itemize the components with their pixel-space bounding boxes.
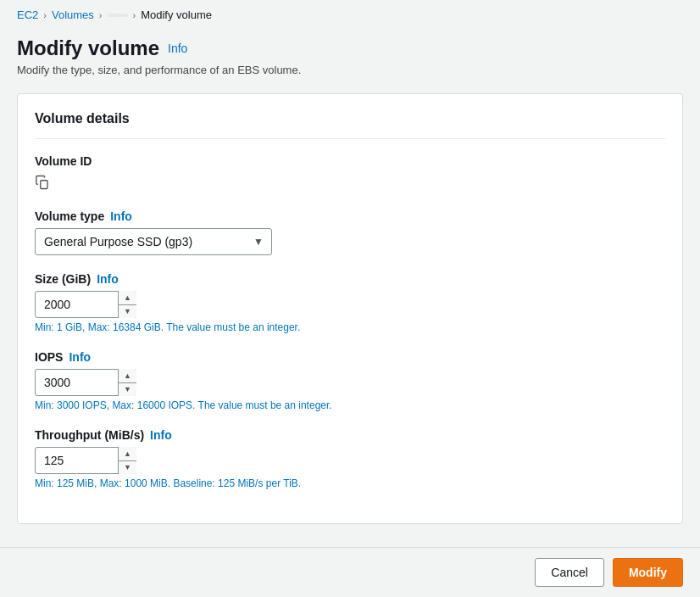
breadcrumb: EC2 › Volumes › › Modify volume: [0, 0, 700, 30]
breadcrumb-sep-3: ›: [133, 10, 136, 20]
size-label: Size (GiB): [35, 272, 91, 286]
volume-type-group: Volume type Info General Purpose SSD (gp…: [35, 209, 665, 255]
throughput-input-wrapper: ▲ ▼: [35, 447, 136, 474]
iops-info-link[interactable]: Info: [69, 350, 91, 364]
modify-button[interactable]: Modify: [613, 558, 683, 587]
breadcrumb-volume-id: [108, 14, 128, 17]
volume-id-label: Volume ID: [35, 154, 92, 168]
throughput-info-link[interactable]: Info: [150, 428, 172, 442]
throughput-hint-text: Min: 125 MiB, Max: 1000 MiB. Baseline: 1…: [35, 477, 301, 489]
copy-icon[interactable]: [35, 175, 50, 190]
breadcrumb-ec2[interactable]: EC2: [17, 8, 38, 21]
iops-group: IOPS Info ▲ ▼ Min: 3000 IOPS, Max: 16000…: [35, 350, 665, 411]
volume-type-label: Volume type: [35, 209, 104, 223]
size-info-link[interactable]: Info: [97, 272, 119, 286]
throughput-spinner: ▲ ▼: [118, 447, 136, 474]
page-title: Modify volume: [17, 36, 159, 60]
size-spinner: ▲ ▼: [118, 291, 136, 318]
cancel-button[interactable]: Cancel: [535, 558, 604, 587]
throughput-label: Throughput (MiB/s): [35, 428, 144, 442]
iops-increment-button[interactable]: ▲: [118, 369, 136, 383]
size-group: Size (GiB) Info ▲ ▼ Min: 1 GiB, Max: 163…: [35, 272, 665, 333]
breadcrumb-current: Modify volume: [141, 8, 212, 21]
card-title: Volume details: [35, 111, 665, 139]
iops-label: IOPS: [35, 350, 63, 364]
iops-decrement-button[interactable]: ▼: [118, 383, 136, 397]
footer: Cancel Modify: [0, 547, 700, 597]
page-header: Modify volume Info Modify the type, size…: [0, 30, 700, 80]
volume-type-select-wrapper: General Purpose SSD (gp3) General Purpos…: [35, 228, 272, 255]
page-info-link[interactable]: Info: [168, 42, 187, 55]
iops-hint: Min: 3000 IOPS, Max: 16000 IOPS. The val…: [35, 399, 665, 411]
throughput-hint: Min: 125 MiB, Max: 1000 MiB. Baseline: 1…: [35, 477, 665, 489]
svg-rect-0: [41, 181, 47, 189]
iops-hint-text: Min: 3000 IOPS, Max: 16000 IOPS. The val…: [35, 399, 332, 411]
iops-input-wrapper: ▲ ▼: [35, 369, 136, 396]
size-increment-button[interactable]: ▲: [118, 291, 136, 305]
page-subtitle: Modify the type, size, and performance o…: [17, 64, 683, 76]
volume-type-info-link[interactable]: Info: [110, 209, 132, 223]
breadcrumb-sep-1: ›: [43, 10, 47, 20]
breadcrumb-sep-2: ›: [99, 10, 103, 20]
breadcrumb-volumes[interactable]: Volumes: [52, 8, 94, 21]
size-hint-text: Min: 1 GiB, Max: 16384 GiB. The value mu…: [35, 321, 300, 333]
volume-id-group: Volume ID: [35, 154, 665, 192]
size-input-wrapper: ▲ ▼: [35, 291, 136, 318]
volume-details-card: Volume details Volume ID Volume type Inf…: [17, 93, 683, 524]
throughput-group: Throughput (MiB/s) Info ▲ ▼ Min: 125 MiB…: [35, 428, 665, 489]
volume-type-select[interactable]: General Purpose SSD (gp3) General Purpos…: [35, 228, 272, 255]
size-decrement-button[interactable]: ▼: [118, 305, 136, 319]
size-hint: Min: 1 GiB, Max: 16384 GiB. The value mu…: [35, 321, 665, 333]
throughput-decrement-button[interactable]: ▼: [118, 461, 136, 475]
throughput-increment-button[interactable]: ▲: [118, 447, 136, 461]
iops-spinner: ▲ ▼: [118, 369, 136, 396]
